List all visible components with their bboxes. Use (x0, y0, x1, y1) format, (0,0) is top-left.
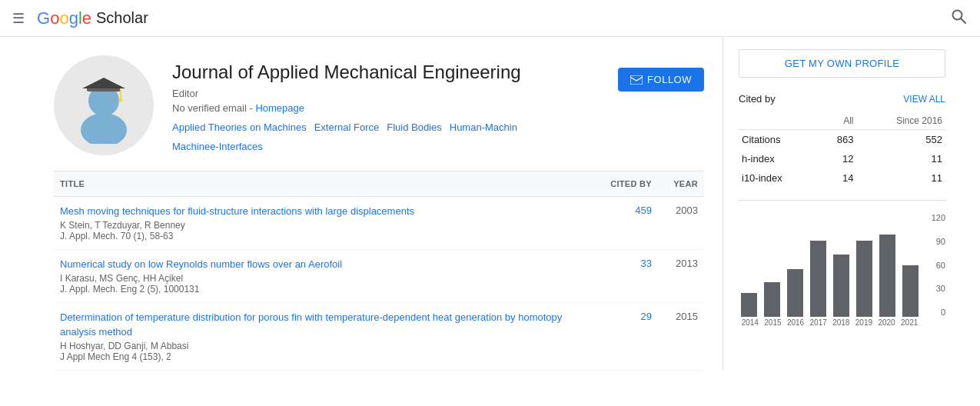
chart-bar-group (762, 213, 782, 317)
chart-bar (741, 293, 758, 318)
svg-line-1 (962, 19, 966, 24)
chart-bar (833, 255, 850, 317)
profile-section: Journal of Applied Mechanical Engineerin… (0, 37, 723, 371)
chart-x-labels: 20142015201620172018201920202021 (739, 318, 921, 332)
papers-table: TITLE CITED BY YEAR Mesh moving techniqu… (54, 171, 704, 371)
stat-row: Citations 863 552 (739, 130, 945, 150)
citations-header: Cited by VIEW ALL (739, 93, 945, 105)
citations-chart: 1209060300 20142015201620172018201920202… (739, 213, 945, 332)
chart-x-label: 2016 (784, 318, 807, 332)
avatar (54, 55, 154, 155)
tag-2[interactable]: Fluid Bodies (387, 121, 442, 133)
right-sidebar: GET MY OWN PROFILE Cited by VIEW ALL All… (723, 37, 961, 371)
paper-title-link[interactable]: Mesh moving techniques for fluid-structu… (60, 205, 414, 217)
chart-x-label: 2021 (898, 318, 921, 332)
chart-x-label: 2018 (830, 318, 853, 332)
paper-year: 2013 (658, 250, 704, 303)
chart-bar (856, 241, 873, 317)
paper-cited: 33 (596, 250, 658, 303)
profile-header: Journal of Applied Mechanical Engineerin… (54, 55, 704, 155)
svg-point-7 (119, 98, 123, 102)
chart-bar (810, 241, 827, 317)
chart-y-label: 60 (924, 261, 945, 270)
paper-journal: J Appl Mech Eng 4 (153), 2 (60, 351, 590, 362)
stat-since: 552 (857, 130, 946, 150)
header: ☰ Google Scholar (0, 0, 980, 37)
tag-3[interactable]: Human-Machin (450, 121, 517, 133)
stat-label: h-index (739, 149, 818, 168)
paper-title-link[interactable]: Determination of temperature distributio… (60, 311, 562, 337)
papers-table-header: TITLE CITED BY YEAR (54, 171, 704, 197)
stat-since: 11 (857, 168, 946, 188)
paper-authors: K Stein, T Tezduyar, R Benney (60, 220, 590, 231)
chart-y-label: 0 (924, 308, 945, 317)
tag-1[interactable]: External Force (314, 121, 380, 133)
get-profile-button[interactable]: GET MY OWN PROFILE (739, 49, 945, 78)
chart-bar (787, 269, 804, 317)
stat-label: i10-index (739, 168, 818, 188)
logo-scholar: Scholar (96, 9, 148, 27)
search-icon[interactable] (949, 7, 968, 29)
chart-x-label: 2017 (807, 318, 830, 332)
chart-bar (764, 282, 781, 317)
paper-cited: 29 (596, 303, 658, 370)
paper-journal: J. Appl. Mech. Eng 2 (5), 1000131 (60, 284, 590, 295)
chart-bar (879, 235, 896, 317)
chart-x-label: 2020 (875, 318, 899, 332)
paper-journal: J. Appl. Mech. 70 (1), 58-63 (60, 231, 590, 241)
logo-google: Google (37, 8, 91, 28)
stat-label: Citations (739, 130, 818, 150)
chart-y-label: 120 (924, 213, 945, 222)
chart-bar-group (831, 213, 852, 317)
th-title: TITLE (54, 171, 596, 197)
chart-bar (902, 265, 919, 318)
follow-button[interactable]: FOLLOW (618, 68, 704, 92)
tag-4[interactable]: Machinee-Interfaces (172, 141, 263, 152)
chart-bar-group (854, 213, 875, 317)
chart-y-labels: 1209060300 (924, 213, 945, 317)
menu-icon[interactable]: ☰ (12, 10, 25, 27)
profile-info: Journal of Applied Mechanical Engineerin… (172, 55, 600, 152)
chart-y-label: 90 (924, 237, 945, 246)
chart-bar-group (877, 213, 898, 317)
chart-x-label: 2015 (762, 318, 785, 332)
paper-year: 2003 (658, 197, 704, 250)
cited-by-title: Cited by (739, 93, 776, 105)
stat-since: 11 (857, 149, 946, 168)
stat-row: h-index 12 11 (739, 149, 945, 168)
th-all: All (818, 112, 856, 130)
chart-bars (739, 213, 921, 317)
chart-x-label: 2014 (739, 318, 762, 332)
paper-cited: 459 (596, 197, 658, 250)
profile-name: Journal of Applied Mechanical Engineerin… (172, 62, 600, 83)
tag-0[interactable]: Applied Theories on Machines (172, 121, 307, 133)
th-year: YEAR (658, 171, 704, 197)
profile-email: No verified email - Homepage (172, 102, 600, 114)
stat-all: 12 (818, 149, 856, 168)
chart-bar-group (900, 213, 921, 317)
svg-point-0 (953, 11, 962, 20)
paper-authors: H Hoshyar, DD Ganji, M Abbasi (60, 341, 590, 351)
th-since-2016: Since 2016 (857, 112, 946, 130)
table-row: Mesh moving techniques for fluid-structu… (54, 197, 704, 250)
homepage-link[interactable]: Homepage (255, 102, 304, 114)
chart-bar-group (739, 213, 759, 317)
profile-role: Editor (172, 88, 600, 99)
table-row: Numerical study on low Reynolds number f… (54, 250, 704, 303)
svg-marker-5 (82, 78, 125, 88)
th-empty (739, 112, 818, 130)
main-container: Journal of Applied Mechanical Engineerin… (0, 37, 980, 371)
svg-rect-8 (630, 75, 643, 85)
paper-title-link[interactable]: Numerical study on low Reynolds number f… (60, 258, 342, 270)
table-row: Determination of temperature distributio… (54, 303, 704, 370)
stat-row: i10-index 14 11 (739, 168, 945, 188)
chart-bar-group (808, 213, 829, 317)
logo: Google Scholar (37, 8, 148, 28)
profile-tags: Applied Theories on Machines External Fo… (172, 121, 600, 152)
svg-point-2 (81, 113, 127, 144)
chart-y-label: 30 (924, 284, 945, 293)
citations-table: All Since 2016 Citations 863 552 h-index… (739, 112, 945, 188)
paper-year: 2015 (658, 303, 704, 370)
view-all-link[interactable]: VIEW ALL (903, 94, 945, 105)
stat-all: 863 (818, 130, 856, 150)
